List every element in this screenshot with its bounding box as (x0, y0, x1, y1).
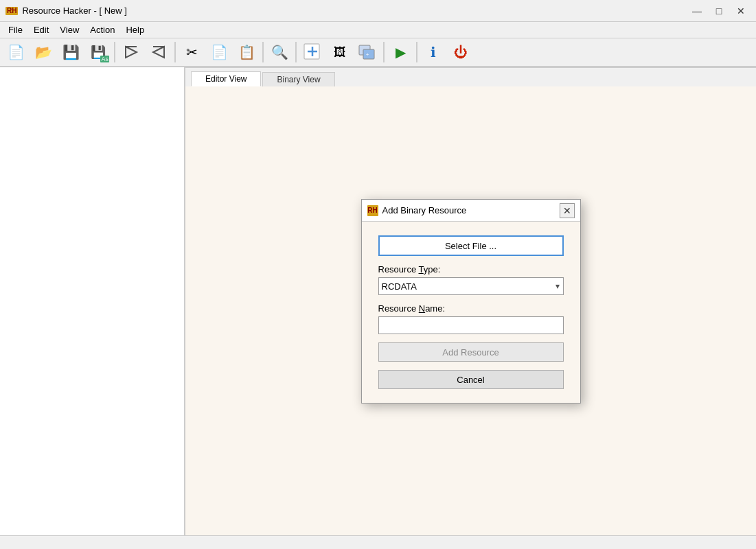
title-bar: RH Resource Hacker - [ New ] — □ ✕ (0, 0, 756, 22)
title-bar-text: Resource Hacker - [ New ] (22, 5, 126, 16)
dialog-icon: RH (367, 205, 378, 216)
toolbar-sep-5 (383, 42, 385, 62)
menu-file[interactable]: File (3, 23, 28, 36)
maximize-button[interactable]: □ (709, 3, 729, 19)
svg-marker-0 (126, 47, 137, 58)
svg-text:+: + (366, 51, 369, 58)
resource-type-label: Resource Type: (378, 264, 564, 274)
right-panel: RH Add Binary Resource ✕ Select File ...… (185, 67, 756, 535)
info-button[interactable]: ℹ (420, 40, 446, 65)
save-file-button[interactable]: 💾 (58, 40, 84, 65)
window-close-button[interactable]: ✕ (731, 3, 751, 19)
app-icon: RH (5, 7, 18, 15)
dialog-title: Add Binary Resource (382, 205, 467, 215)
dialog-merge-button[interactable]: + (354, 40, 380, 65)
resource-name-input[interactable] (378, 316, 564, 334)
compile-button[interactable] (118, 40, 144, 65)
decompile-button[interactable] (146, 40, 172, 65)
dialog-close-button[interactable]: ✕ (560, 203, 575, 218)
cut-button[interactable]: ✂ (179, 40, 205, 65)
toolbar-sep-2 (174, 42, 176, 62)
dialog-overlay: RH Add Binary Resource ✕ Select File ...… (185, 67, 756, 535)
title-bar-controls: — □ ✕ (687, 3, 751, 19)
cancel-button[interactable]: Cancel (378, 370, 564, 389)
menu-action[interactable]: Action (84, 23, 120, 36)
merge-resource-button[interactable]: 🖼 (327, 40, 353, 65)
add-binary-resource-dialog: RH Add Binary Resource ✕ Select File ...… (361, 199, 581, 404)
menu-view[interactable]: View (54, 23, 84, 36)
run-button[interactable]: ▶ (387, 40, 413, 65)
toolbar: 📄 📂 💾 💾As ✂ 📄 📋 🔍 🖼 + (0, 38, 756, 67)
menu-bar: File Edit View Action Help (0, 22, 756, 38)
toolbar-sep-4 (295, 42, 297, 62)
resource-type-field-group: Resource Type: RCDATA BITMAP ICON CURSOR… (378, 264, 564, 295)
minimize-button[interactable]: — (687, 3, 707, 19)
resource-type-dropdown[interactable]: RCDATA BITMAP ICON CURSOR FONT STRING AC… (378, 277, 564, 295)
menu-help[interactable]: Help (120, 23, 150, 36)
resource-tree[interactable] (0, 67, 184, 535)
status-bar (0, 535, 756, 549)
add-resource-button: Add Resource (378, 342, 564, 362)
paste-button[interactable]: 📋 (233, 40, 260, 65)
left-panel (0, 67, 185, 535)
toolbar-sep-6 (416, 42, 417, 62)
dialog-titlebar: RH Add Binary Resource ✕ (362, 200, 580, 222)
menu-edit[interactable]: Edit (28, 23, 54, 36)
add-resource-toolbar-button[interactable] (299, 40, 325, 65)
title-bar-left: RH Resource Hacker - [ New ] (5, 5, 127, 16)
toolbar-sep-3 (262, 42, 264, 62)
svg-marker-2 (153, 47, 164, 58)
new-file-button[interactable]: 📄 (3, 40, 29, 65)
resource-name-label: Resource Name: (378, 303, 564, 314)
copy-button[interactable]: 📄 (206, 40, 232, 65)
dialog-body: Select File ... Resource Type: RCDATA BI… (362, 222, 580, 403)
select-file-button[interactable]: Select File ... (378, 235, 564, 256)
resource-type-dropdown-wrapper: RCDATA BITMAP ICON CURSOR FONT STRING AC… (378, 277, 564, 295)
resource-name-field-group: Resource Name: (378, 303, 564, 334)
dialog-title-left: RH Add Binary Resource (367, 205, 467, 216)
exit-button[interactable]: ⏻ (448, 40, 474, 65)
find-button[interactable]: 🔍 (266, 40, 293, 65)
save-as-button[interactable]: 💾As (85, 40, 111, 65)
toolbar-sep-1 (114, 42, 115, 62)
main-area: RH Add Binary Resource ✕ Select File ...… (0, 67, 756, 535)
open-file-button[interactable]: 📂 (30, 40, 56, 65)
